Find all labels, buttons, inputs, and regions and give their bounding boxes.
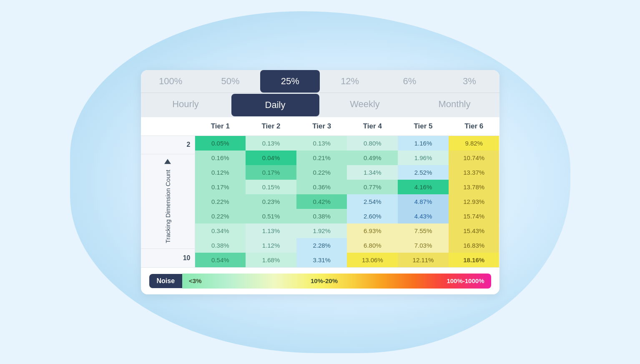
side-top-label: 2 (141, 136, 195, 154)
data-cell-r8-c4: 12.11% (398, 253, 449, 267)
table-row: 0.54%1.68%3.31%13.06%12.11%18.16% (195, 253, 499, 267)
data-cell-r6-c2: 1.92% (296, 223, 347, 238)
freq-option-monthly[interactable]: Monthly (410, 93, 499, 117)
th-tier-3: Tier 3 (296, 117, 347, 136)
pct-selector-row: 100%50%25%12%6%3% (141, 70, 499, 93)
data-cell-r4-c3: 2.54% (347, 194, 398, 209)
side-column: 2 Tracking Dimension Count 10 (141, 136, 195, 267)
data-cell-r2-c3: 1.34% (347, 165, 398, 180)
data-cell-r1-c2: 0.21% (296, 151, 347, 165)
freq-option-hourly[interactable]: Hourly (141, 93, 231, 117)
data-cell-r2-c2: 0.22% (296, 165, 347, 180)
main-card: 100%50%25%12%6%3% HourlyDailyWeeklyMonth… (141, 70, 499, 294)
table-header: Tier 1Tier 2Tier 3Tier 4Tier 5Tier 6 (141, 117, 499, 136)
th-tier-2: Tier 2 (246, 117, 296, 136)
data-cell-r6-c3: 6.93% (347, 223, 398, 238)
data-cell-r0-c3: 0.80% (347, 136, 398, 151)
data-cell-r2-c0: 0.12% (195, 165, 246, 180)
side-bottom-label: 10 (141, 249, 195, 267)
data-cell-r5-c5: 15.74% (449, 209, 499, 223)
data-cell-r6-c5: 15.43% (449, 223, 499, 238)
freq-option-daily[interactable]: Daily (231, 94, 319, 116)
data-cell-r7-c4: 7.03% (398, 238, 449, 253)
pct-option-50%[interactable]: 50% (201, 70, 260, 93)
legend-mid-label: 10%-20% (311, 277, 338, 284)
data-cell-r5-c4: 4.43% (398, 209, 449, 223)
data-cell-r3-c0: 0.17% (195, 180, 246, 194)
data-cell-r1-c5: 10.74% (449, 151, 499, 165)
legend: Noise <3% 10%-20% 100%-1000% (141, 267, 499, 294)
data-cell-r7-c2: 2.28% (296, 238, 347, 253)
legend-high-label: 100%-1000% (447, 277, 484, 284)
data-cell-r6-c0: 0.34% (195, 223, 246, 238)
data-cell-r5-c2: 0.38% (296, 209, 347, 223)
data-cell-r1-c1: 0.04% (246, 151, 296, 165)
data-cell-r8-c3: 13.06% (347, 253, 398, 267)
data-cell-r4-c2: 0.42% (296, 194, 347, 209)
tracking-dimension-label: Tracking Dimension Count (164, 159, 171, 243)
pct-option-100%[interactable]: 100% (141, 70, 201, 93)
data-cell-r8-c1: 1.68% (246, 253, 296, 267)
freq-option-weekly[interactable]: Weekly (320, 93, 410, 117)
data-cell-r7-c0: 0.38% (195, 238, 246, 253)
data-cell-r0-c1: 0.13% (246, 136, 296, 151)
table-row: 0.17%0.15%0.36%0.77%4.16%13.78% (195, 180, 499, 194)
table-row: 0.05%0.13%0.13%0.80%1.16%9.82% (195, 136, 499, 151)
data-cell-r8-c2: 3.31% (296, 253, 347, 267)
th-tier-1: Tier 1 (195, 117, 246, 136)
data-cell-r4-c5: 12.93% (449, 194, 499, 209)
data-cell-r8-c5: 18.16% (449, 253, 499, 267)
side-middle-label: Tracking Dimension Count (141, 154, 195, 249)
data-cell-r4-c4: 4.87% (398, 194, 449, 209)
data-cell-r0-c0: 0.05% (195, 136, 246, 151)
outer-container: 100%50%25%12%6%3% HourlyDailyWeeklyMonth… (70, 11, 570, 353)
data-cell-r3-c1: 0.15% (246, 180, 296, 194)
data-cell-r5-c1: 0.51% (246, 209, 296, 223)
data-cell-r3-c2: 0.36% (296, 180, 347, 194)
data-cell-r0-c5: 9.82% (449, 136, 499, 151)
legend-noise-label: Noise (149, 274, 183, 288)
data-cell-r3-c5: 13.78% (449, 180, 499, 194)
data-cell-r7-c3: 6.80% (347, 238, 398, 253)
table-row: 0.38%1.12%2.28%6.80%7.03%16.83% (195, 238, 499, 253)
data-columns: 0.05%0.13%0.13%0.80%1.16%9.82%0.16%0.04%… (195, 136, 499, 267)
table-row: 0.34%1.13%1.92%6.93%7.55%15.43% (195, 223, 499, 238)
data-cell-r5-c3: 2.60% (347, 209, 398, 223)
th-tier-5: Tier 5 (398, 117, 449, 136)
data-cell-r6-c1: 1.13% (246, 223, 296, 238)
legend-gradient-bar: <3% 10%-20% 100%-1000% (182, 274, 491, 289)
data-cell-r7-c1: 1.12% (246, 238, 296, 253)
data-cell-r1-c0: 0.16% (195, 151, 246, 165)
table-row: 0.12%0.17%0.22%1.34%2.52%13.37% (195, 165, 499, 180)
table-body: 2 Tracking Dimension Count 10 0.05%0.13%… (141, 136, 499, 267)
arrow-down-icon (164, 159, 171, 164)
table-row: 0.16%0.04%0.21%0.49%1.96%10.74% (195, 151, 499, 165)
data-cell-r4-c1: 0.23% (246, 194, 296, 209)
th-tier-4: Tier 4 (347, 117, 398, 136)
pct-option-3%[interactable]: 3% (439, 70, 499, 93)
data-cell-r3-c3: 0.77% (347, 180, 398, 194)
pct-option-12%[interactable]: 12% (320, 70, 379, 93)
data-cell-r4-c0: 0.22% (195, 194, 246, 209)
legend-low-label: <3% (189, 277, 201, 284)
data-cell-r0-c4: 1.16% (398, 136, 449, 151)
pct-option-6%[interactable]: 6% (380, 70, 439, 93)
data-cell-r3-c4: 4.16% (398, 180, 449, 194)
data-cell-r2-c1: 0.17% (246, 165, 296, 180)
pct-option-25%[interactable]: 25% (260, 70, 320, 93)
data-cell-r1-c4: 1.96% (398, 151, 449, 165)
th-empty (141, 117, 195, 136)
data-cell-r7-c5: 16.83% (449, 238, 499, 253)
data-cell-r2-c4: 2.52% (398, 165, 449, 180)
data-cell-r0-c2: 0.13% (296, 136, 347, 151)
data-cell-r8-c0: 0.54% (195, 253, 246, 267)
freq-selector-row: HourlyDailyWeeklyMonthly (141, 93, 499, 117)
data-cell-r2-c5: 13.37% (449, 165, 499, 180)
table-row: 0.22%0.23%0.42%2.54%4.87%12.93% (195, 194, 499, 209)
table-row: 0.22%0.51%0.38%2.60%4.43%15.74% (195, 209, 499, 223)
data-cell-r1-c3: 0.49% (347, 151, 398, 165)
th-tier-6: Tier 6 (449, 117, 499, 136)
data-cell-r6-c4: 7.55% (398, 223, 449, 238)
data-cell-r5-c0: 0.22% (195, 209, 246, 223)
